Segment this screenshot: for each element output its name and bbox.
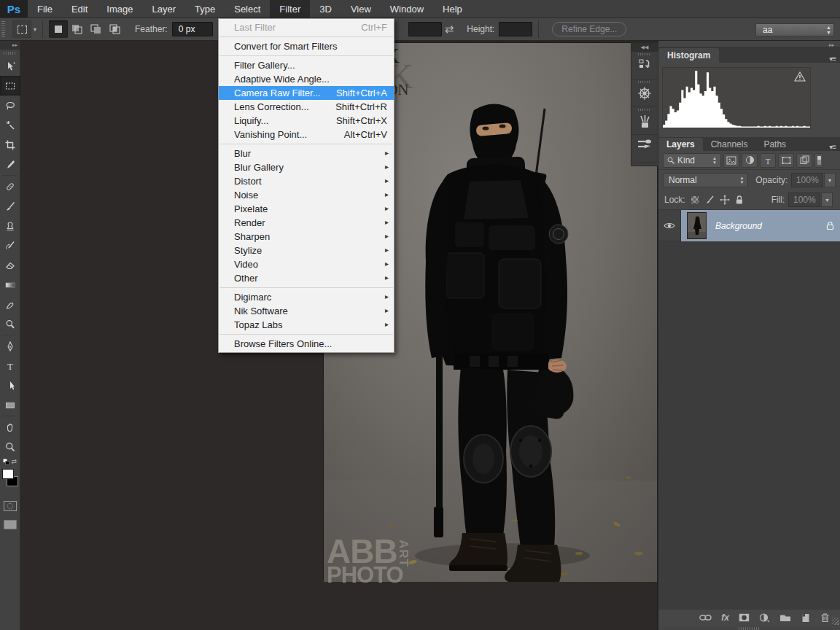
toolbar-grip[interactable] [4,52,17,55]
layer-row-background[interactable]: Background [658,210,840,241]
menu-item-adaptive-wide-angle[interactable]: Adaptive Wide Angle... [219,72,394,86]
path-selection-tool[interactable] [0,376,20,395]
panel-menu-icon[interactable]: ▾≡ [829,143,840,151]
new-selection-button[interactable] [49,20,68,38]
menu-view[interactable]: View [341,0,381,18]
menu-item-browse-filters-online[interactable]: Browse Filters Online... [219,337,394,351]
layer-filter-select[interactable]: Kind ▲▼ [663,153,721,168]
menu-item-vanishing-point[interactable]: Vanishing Point... Alt+Ctrl+V [219,128,394,141]
filter-pixel-layers-button[interactable] [723,153,739,168]
menu-item-distort[interactable]: Distort▸ [219,174,394,188]
panel-menu-icon[interactable]: ▾≡ [829,55,840,63]
opacity-dropdown-icon[interactable]: ▼ [824,173,836,187]
menu-type[interactable]: Type [185,0,225,18]
menu-window[interactable]: Window [381,0,433,18]
menu-item-digimarc[interactable]: Digimarc▸ [219,290,394,304]
swap-colors-icon[interactable]: ⇄ [11,458,17,465]
rectangle-shape-tool[interactable] [0,395,20,415]
layer-thumbnail[interactable] [687,212,707,239]
collapse-toolbar-icon[interactable]: ▸▸ [0,41,20,50]
menu-edit[interactable]: Edit [62,0,97,18]
layer-name[interactable]: Background [715,221,762,231]
tool-preset-button[interactable] [12,20,31,38]
tab-histogram[interactable]: Histogram [658,48,719,63]
lock-transparency-button[interactable] [691,195,699,204]
menu-item-sharpen[interactable]: Sharpen▸ [219,230,394,244]
link-layers-icon[interactable] [699,614,712,621]
zoom-tool[interactable] [0,437,20,456]
pen-tool[interactable] [0,336,20,356]
intersect-selection-button[interactable] [106,20,125,38]
panel-resize-grip[interactable] [739,627,761,630]
quick-mask-button[interactable] [4,501,17,511]
menu-item-camera-raw-filter[interactable]: Camera Raw Filter... Shift+Ctrl+A [219,86,394,100]
menu-item-stylize[interactable]: Stylize▸ [219,244,394,257]
width-input[interactable] [408,22,442,36]
tab-channels[interactable]: Channels [703,138,756,151]
add-mask-icon[interactable] [739,613,750,622]
new-adjustment-layer-icon[interactable] [759,613,770,623]
lock-pixels-button[interactable] [704,195,715,205]
filter-shape-layers-button[interactable] [778,153,794,168]
rectangular-marquee-tool[interactable] [0,76,20,96]
feather-input[interactable]: 0 px [172,22,213,36]
filter-adjustment-layers-button[interactable] [742,153,758,168]
height-input[interactable] [499,22,532,36]
menu-item-filter-gallery[interactable]: Filter Gallery... [219,58,394,72]
navigator-panel-button[interactable] [631,79,658,107]
layer-style-icon[interactable]: fx [721,612,729,623]
refine-edge-button[interactable]: Refine Edge... [552,22,626,36]
menu-item-topaz-labs[interactable]: Topaz Labs▸ [219,318,394,332]
foreground-color-swatch[interactable] [2,469,14,479]
eraser-tool[interactable] [0,255,20,275]
chevron-down-icon[interactable]: ▾ [34,26,36,33]
menu-item-video[interactable]: Video▸ [219,257,394,271]
clone-stamp-tool[interactable] [0,216,20,236]
menu-item-blur[interactable]: Blur▸ [219,147,394,160]
brush-tool[interactable] [0,196,20,216]
eyedropper-tool[interactable] [0,155,20,174]
filtering-toggle[interactable] [814,153,823,168]
menu-item-lens-correction[interactable]: Lens Correction... Shift+Ctrl+R [219,100,394,114]
opacity-input[interactable]: 100% [791,173,823,187]
menu-file[interactable]: File [28,0,62,18]
history-brush-tool[interactable] [0,236,20,255]
crop-tool[interactable] [0,135,20,155]
hand-tool[interactable] [0,417,20,437]
workspace-select[interactable]: aa ▲▼ [755,23,834,36]
move-tool[interactable] [0,56,20,76]
menu-help[interactable]: Help [433,0,472,18]
screen-mode-button[interactable] [4,520,17,529]
quick-selection-tool[interactable] [0,115,20,135]
options-grip[interactable] [1,21,5,37]
blend-mode-select[interactable]: Normal ▲▼ [663,173,748,187]
menu-image[interactable]: Image [97,0,142,18]
menu-filter[interactable]: Filter [270,0,310,18]
lock-all-button[interactable] [735,195,744,205]
corner-resize-grip[interactable] [832,618,839,625]
warning-icon[interactable] [794,71,806,82]
tab-layers[interactable]: Layers [658,138,703,151]
history-panel-button[interactable] [631,52,658,79]
filter-type-layers-button[interactable]: T [760,153,776,168]
swap-dimensions-icon[interactable]: ⇄ [445,23,454,36]
menu-select[interactable]: Select [225,0,270,18]
type-tool[interactable]: T [0,356,20,376]
menu-item-noise[interactable]: Noise▸ [219,188,394,202]
dodge-tool[interactable] [0,314,20,334]
fill-dropdown-icon[interactable]: ▼ [821,192,833,207]
add-to-selection-button[interactable] [68,20,87,38]
tool-presets-panel-button[interactable] [631,135,658,163]
spot-healing-brush-tool[interactable] [0,176,20,196]
menu-item-render[interactable]: Render▸ [219,216,394,230]
new-layer-icon[interactable] [801,613,811,623]
menu-item-convert-smart-filters[interactable]: Convert for Smart Filters [219,39,394,53]
menu-item-blur-gallery[interactable]: Blur Gallery▸ [219,160,394,174]
menu-item-pixelate[interactable]: Pixelate▸ [219,202,394,216]
new-group-icon[interactable] [779,613,791,622]
expand-panels-icon[interactable]: ◀◀ [631,43,658,52]
menu-item-liquify[interactable]: Liquify... Shift+Ctrl+X [219,114,394,128]
fill-input[interactable]: 100% [788,192,820,207]
menu-item-other[interactable]: Other▸ [219,271,394,285]
layer-visibility-toggle[interactable] [658,210,681,241]
